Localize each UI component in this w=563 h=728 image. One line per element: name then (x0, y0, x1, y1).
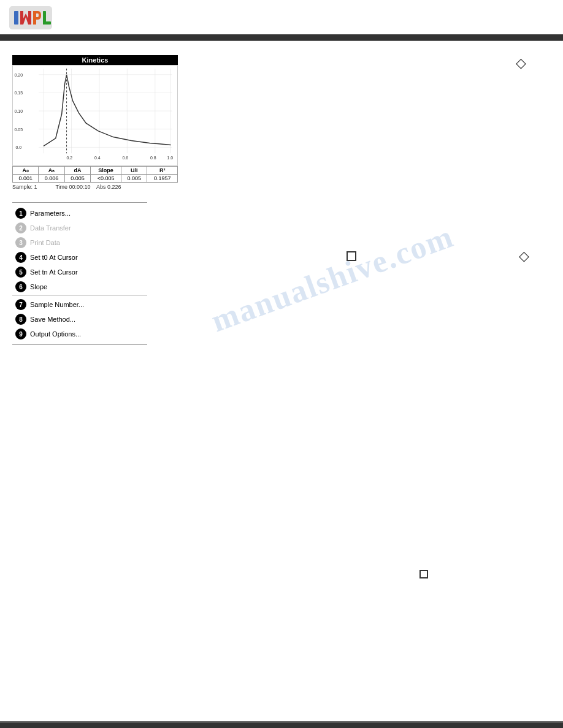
menu-item-set-t0[interactable]: 4 Set t0 At Cursor (12, 250, 147, 265)
col-r2: R² (147, 167, 178, 175)
cell-da: 0.005 (64, 175, 90, 183)
menu-number-5: 5 (15, 267, 26, 278)
menu-label-parameters: Parameters... (30, 210, 71, 217)
watermark: manualshive.com (207, 218, 459, 339)
abs-label: Abs 0.226 (96, 184, 121, 190)
cell-slope: <0.005 (91, 175, 121, 183)
menu-item-print-data: 3 Print Data (12, 235, 147, 250)
menu-item-save-method[interactable]: 8 Save Method... (12, 312, 147, 327)
menu-label-set-tn: Set tn At Cursor (30, 268, 78, 276)
svg-text:0.8: 0.8 (150, 156, 156, 160)
menu-number-6: 6 (15, 281, 26, 292)
svg-text:0.05: 0.05 (15, 127, 23, 132)
svg-text:0.4: 0.4 (94, 156, 101, 160)
menu-label-slope: Slope (30, 283, 47, 290)
implen-logo (9, 6, 52, 31)
col-a0: A₀ (13, 167, 39, 175)
menu-item-sample-number[interactable]: 7 Sample Number... (12, 297, 147, 312)
diamond-top-right-icon: ◇ (516, 55, 526, 71)
kinetics-section: Kinetics 0.20 (12, 55, 178, 190)
svg-text:0.6: 0.6 (122, 156, 128, 160)
menu-item-parameters[interactable]: 1 Parameters... (12, 206, 147, 221)
menu-label-save-method: Save Method... (30, 316, 75, 323)
menu-item-slope[interactable]: 6 Slope (12, 279, 147, 294)
sample-label: Sample: 1 (12, 184, 37, 190)
square-mid-icon (347, 251, 356, 261)
menu-item-data-transfer: 2 Data Transfer (12, 221, 147, 235)
square-bottom-right-icon (419, 570, 428, 578)
col-an: Aₙ (39, 167, 64, 175)
menu-number-8: 8 (15, 314, 26, 325)
data-row: 0.001 0.006 0.005 <0.005 0.005 0.1957 (13, 175, 178, 183)
sample-info-line: Sample: 1 Time 00:00:10 Abs 0.226 (12, 184, 178, 190)
top-border-thin (0, 40, 563, 41)
cell-r2: 0.1957 (147, 175, 178, 183)
col-slope: Slope (91, 167, 121, 175)
diamond-mid-right-icon: ◇ (519, 248, 529, 264)
menu-label-data-transfer: Data Transfer (30, 224, 71, 232)
svg-text:1.0: 1.0 (167, 156, 174, 160)
footer-border-thick (0, 723, 563, 728)
svg-text:0.20: 0.20 (15, 73, 23, 77)
svg-rect-1 (14, 11, 18, 25)
cell-ui: 0.005 (121, 175, 147, 183)
header (0, 0, 563, 36)
menu-label-output-options: Output Options... (30, 330, 81, 338)
main-content: ◇ Kinetics (0, 46, 563, 354)
menu-label-set-t0: Set t0 At Cursor (30, 254, 78, 261)
menu-number-7: 7 (15, 299, 26, 310)
svg-text:0.10: 0.10 (15, 109, 23, 113)
navigation-menu: 1 Parameters... 2 Data Transfer 3 Print … (12, 202, 147, 345)
kinetics-title-bar: Kinetics (12, 55, 178, 65)
time-label: Time 00:00:10 (55, 184, 90, 190)
menu-item-set-tn[interactable]: 5 Set tn At Cursor (12, 265, 147, 279)
svg-rect-3 (43, 21, 51, 25)
menu-number-4: 4 (15, 252, 26, 263)
menu-number-1: 1 (15, 208, 26, 219)
menu-label-sample-number: Sample Number... (30, 301, 84, 308)
menu-number-9: 9 (15, 328, 26, 339)
svg-text:0.2: 0.2 (67, 156, 73, 160)
menu-label-print-data: Print Data (30, 239, 60, 246)
col-ui: U/I (121, 167, 147, 175)
menu-number-2: 2 (15, 222, 26, 233)
kinetics-title: Kinetics (82, 56, 109, 64)
data-table: A₀ Aₙ dA Slope U/I R² 0.001 0.006 0.005 … (12, 166, 178, 183)
svg-text:0.15: 0.15 (15, 91, 23, 95)
svg-rect-4 (13, 66, 177, 165)
kinetics-chart: 0.20 0.15 0.10 0.05 0.0 0.2 0.4 0.6 0.8 … (13, 66, 177, 165)
menu-item-output-options[interactable]: 9 Output Options... (12, 327, 147, 341)
cell-an: 0.006 (39, 175, 64, 183)
chart-container: 0.20 0.15 0.10 0.05 0.0 0.2 0.4 0.6 0.8 … (12, 65, 178, 166)
svg-text:0.0: 0.0 (16, 145, 22, 150)
col-da: dA (64, 167, 90, 175)
cell-a0: 0.001 (13, 175, 39, 183)
menu-number-3: 3 (15, 237, 26, 248)
menu-separator (12, 295, 147, 296)
